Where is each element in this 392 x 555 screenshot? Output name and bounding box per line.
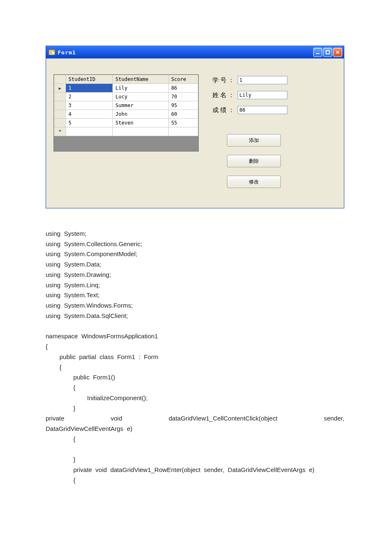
row-header[interactable] xyxy=(54,119,66,127)
input-student-id[interactable] xyxy=(238,76,287,84)
cell[interactable] xyxy=(66,127,113,136)
label-student-id: 学号： xyxy=(209,76,238,84)
cell[interactable]: 3 xyxy=(66,101,113,110)
new-row[interactable]: * xyxy=(54,127,198,136)
code-line: { xyxy=(46,364,61,371)
row-header[interactable] xyxy=(54,93,66,101)
cell[interactable]: Summer xyxy=(113,101,168,110)
update-button[interactable]: 修改 xyxy=(227,176,281,188)
svg-rect-3 xyxy=(50,53,52,54)
window-title: Form1 xyxy=(58,49,76,56)
minimize-button[interactable] xyxy=(313,48,322,57)
row-header[interactable] xyxy=(54,110,66,119)
input-student-name[interactable] xyxy=(238,91,287,99)
col-score[interactable]: Score xyxy=(168,75,198,84)
code-line: { xyxy=(46,435,75,443)
code-line: privatevoiddataGridView1_CellContentClic… xyxy=(46,413,344,424)
col-studentid[interactable]: StudentID xyxy=(66,75,113,84)
cell[interactable]: 70 xyxy=(168,93,198,101)
cell[interactable]: 86 xyxy=(168,84,198,93)
grid-header-row: StudentID StudentName Score xyxy=(54,75,198,84)
row-header[interactable]: ▶ xyxy=(54,84,66,93)
code-listing: using System; using System.Collections.G… xyxy=(46,218,344,496)
cell[interactable]: John xyxy=(113,110,168,119)
datagridview[interactable]: StudentID StudentName Score ▶1Lily862Luc… xyxy=(54,74,199,152)
cell[interactable]: 2 xyxy=(66,93,113,101)
table-row[interactable]: ▶1Lily86 xyxy=(54,84,198,93)
code-line: } xyxy=(46,405,75,412)
code-line: { xyxy=(46,343,48,350)
table-row[interactable]: 5Steven55 xyxy=(54,119,198,127)
detail-panel: 学号： 姓名： 成绩： 添加 删除 修改 xyxy=(209,74,336,196)
code-line: public partial class Form1 : Form xyxy=(46,353,158,360)
svg-rect-1 xyxy=(49,50,55,51)
table-row[interactable]: 2Lucy70 xyxy=(54,93,198,101)
code-line: namespace WindowsFormsApplication1 xyxy=(46,333,158,340)
cell[interactable]: 1 xyxy=(66,84,113,93)
code-line: } xyxy=(46,456,75,463)
label-student-name: 姓名： xyxy=(209,91,238,99)
grid-empty-area xyxy=(54,136,198,151)
delete-button[interactable]: 删除 xyxy=(227,155,281,167)
svg-rect-2 xyxy=(50,52,51,53)
code-line: using System.Data.SqlClient; xyxy=(46,312,128,319)
add-button[interactable]: 添加 xyxy=(227,134,281,147)
code-line: using System.Data; xyxy=(46,261,101,268)
table-row[interactable]: 3Summer95 xyxy=(54,101,198,110)
new-row-indicator: * xyxy=(54,127,66,136)
code-line: public Form1() xyxy=(46,374,115,381)
code-line: DataGridViewCellEventArgs e) xyxy=(46,425,132,432)
svg-rect-5 xyxy=(326,51,329,54)
maximize-button[interactable] xyxy=(323,48,332,57)
form-icon xyxy=(49,49,55,56)
cell[interactable]: 55 xyxy=(168,119,198,127)
code-line: using System.Linq; xyxy=(46,281,100,289)
code-line: using System; xyxy=(46,230,86,237)
cell[interactable] xyxy=(168,127,198,136)
code-line: using System.Windows.Forms; xyxy=(46,302,133,309)
cell[interactable] xyxy=(113,127,168,136)
current-row-indicator-icon: ▶ xyxy=(58,86,61,90)
code-line: using System.Text; xyxy=(46,291,100,298)
input-score[interactable] xyxy=(238,106,287,114)
window-form1: Form1 xyxy=(46,46,344,208)
cell[interactable]: 5 xyxy=(66,119,113,127)
code-line: using System.Collections.Generic; xyxy=(46,240,142,247)
row-header[interactable] xyxy=(54,101,66,110)
table-row[interactable]: 4John60 xyxy=(54,110,198,119)
code-line: using System.Drawing; xyxy=(46,271,111,278)
code-line: { xyxy=(46,384,75,391)
cell[interactable]: 95 xyxy=(168,101,198,110)
code-line: InitializeComponent(); xyxy=(46,394,148,401)
cell[interactable]: 4 xyxy=(66,110,113,119)
titlebar[interactable]: Form1 xyxy=(46,46,344,59)
cell[interactable]: Lily xyxy=(113,84,168,93)
close-button[interactable] xyxy=(333,48,342,57)
grid-corner xyxy=(54,75,66,84)
code-line: { xyxy=(46,477,75,484)
svg-rect-4 xyxy=(316,53,319,54)
cell[interactable]: Steven xyxy=(113,119,168,127)
cell[interactable]: 60 xyxy=(168,110,198,119)
col-studentname[interactable]: StudentName xyxy=(113,75,168,84)
label-score: 成绩： xyxy=(209,106,238,114)
cell[interactable]: Lucy xyxy=(113,93,168,101)
code-line: using System.ComponentModel; xyxy=(46,250,137,257)
code-line: private void dataGridView1_RowEnter(obje… xyxy=(46,466,314,473)
